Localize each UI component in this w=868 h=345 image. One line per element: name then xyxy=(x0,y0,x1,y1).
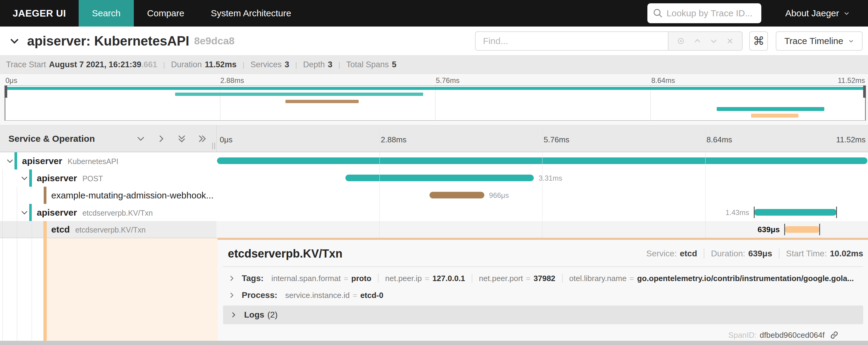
minimap-canvas[interactable] xyxy=(4,85,866,121)
nav-item-search[interactable]: Search xyxy=(79,0,134,27)
span-detail-row: etcdserverpb.KV/Txn Service: etcd Durati… xyxy=(0,238,868,341)
span-row-apiserver-post: apiserverPOST 3.31ms xyxy=(0,170,868,187)
span-row-webhook: example-mutating-admission-webhook... 96… xyxy=(0,187,868,204)
trace-id-lookup[interactable] xyxy=(647,3,761,23)
about-jaeger-label: About Jaeger xyxy=(785,8,839,19)
span-timeline-cell[interactable]: 639μs xyxy=(216,221,868,238)
tag-key: net.peer.port xyxy=(479,274,523,283)
span-bar[interactable] xyxy=(345,175,534,181)
about-jaeger-menu[interactable]: About Jaeger xyxy=(785,0,850,27)
process-title[interactable]: Process: xyxy=(242,290,277,300)
chevron-down-icon[interactable] xyxy=(5,156,14,166)
spanid-label: SpanID: xyxy=(728,330,757,340)
span-timeline-cell[interactable] xyxy=(216,152,868,170)
meta-separator: | xyxy=(243,61,244,69)
span-bar[interactable] xyxy=(217,157,867,164)
span-row-apiserver-kubernetesapi: apiserverKubernetesAPI xyxy=(0,152,868,170)
detail-duration-value: 639μs xyxy=(748,249,772,258)
spanid-line: SpanID: dfbebd960ced064f xyxy=(728,330,839,340)
find-input[interactable] xyxy=(483,36,661,46)
nav-item-compare[interactable]: Compare xyxy=(134,0,197,27)
meta-label: Total Spans xyxy=(346,60,389,69)
operation-label: etcdserverpb.KV/Txn xyxy=(82,209,153,217)
span-name-cell[interactable]: example-mutating-admission-webhook... xyxy=(0,187,216,204)
service-label: example-mutating-admission-webhook... xyxy=(51,190,214,201)
chevron-down-icon xyxy=(843,10,850,17)
expand-all-double-chevron-right-icon[interactable] xyxy=(197,134,207,144)
collapse-one-chevron-down-icon[interactable] xyxy=(135,134,146,144)
clear-find-x-icon[interactable] xyxy=(726,37,734,45)
process-value: etcd-0 xyxy=(360,291,383,300)
process-item: service.instance.id = etcd-0 xyxy=(285,291,383,300)
tag-value: 127.0.0.1 xyxy=(433,274,465,283)
next-result-chevron-down-icon[interactable] xyxy=(710,37,718,45)
trace-id: 8e9dca8 xyxy=(194,35,235,47)
logs-accordion[interactable]: Logs (2) xyxy=(223,306,863,324)
minimap-span-bar xyxy=(751,114,798,118)
minimap-gridline xyxy=(650,86,651,120)
minimap-tick: 0μs xyxy=(5,76,17,85)
service-name: apiserverPOST xyxy=(37,173,103,183)
chevron-down-icon xyxy=(848,38,854,44)
chevron-down-icon[interactable] xyxy=(20,208,29,217)
axis-tick: 5.76ms xyxy=(544,135,569,144)
deep-link-icon[interactable] xyxy=(830,330,839,340)
timeline-axis: 0μs 2.88ms 5.76ms 8.64ms 11.52ms xyxy=(216,125,868,152)
span-name-cell[interactable]: apiserverPOST xyxy=(0,170,216,187)
trace-title: apiserver: KubernetesAPI xyxy=(27,33,189,49)
span-name-cell[interactable]: apiserverKubernetesAPI xyxy=(0,152,216,170)
meta-depth: Depth 3 xyxy=(303,60,333,69)
detail-service-value: etcd xyxy=(680,249,697,258)
collapse-all-double-chevron-down-icon[interactable] xyxy=(177,134,187,144)
span-bar[interactable] xyxy=(754,209,837,215)
detail-start-label: Start Time: xyxy=(786,249,827,258)
detail-header: etcdserverpb.KV/Txn Service: etcd Durati… xyxy=(228,243,863,264)
expand-one-chevron-right-icon[interactable] xyxy=(156,134,166,144)
trace-view-selector[interactable]: Trace Timeline xyxy=(776,31,863,51)
minimap-right-scrubber-handle[interactable] xyxy=(863,86,866,98)
bottom-strip xyxy=(0,341,868,345)
focus-target-icon[interactable] xyxy=(676,36,685,46)
tag-key: otel.library.name xyxy=(569,274,627,283)
span-timeline-cell[interactable]: 966μs xyxy=(216,187,868,204)
span-name-cell[interactable]: apiserveretcdserverpb.KV/Txn xyxy=(0,204,216,221)
detail-span-title: etcdserverpb.KV/Txn xyxy=(228,247,342,260)
trace-id-lookup-input[interactable] xyxy=(667,8,757,19)
span-bar[interactable] xyxy=(784,226,820,233)
service-label: apiserver xyxy=(37,207,77,218)
column-resize-grip[interactable] xyxy=(212,143,215,149)
find-field[interactable] xyxy=(475,31,668,51)
tag-item: net.peer.port = 37982 xyxy=(479,274,555,283)
operation-label: KubernetesAPI xyxy=(67,157,118,166)
minimap-left-scrubber-handle[interactable] xyxy=(4,86,7,98)
service-name: apiserveretcdserverpb.KV/Txn xyxy=(37,207,153,218)
collapse-trace-chevron-icon[interactable] xyxy=(8,35,21,47)
prev-result-chevron-up-icon[interactable] xyxy=(693,37,702,45)
nav-item-system-architecture[interactable]: System Architecture xyxy=(197,0,304,27)
detail-start-value: 10.02ms xyxy=(830,249,863,258)
tags-expand-chevron-right-icon[interactable] xyxy=(228,275,236,282)
meta-value: 11.52ms xyxy=(205,60,237,69)
detail-meta-separator xyxy=(779,249,779,259)
span-timeline-cell[interactable]: 3.31ms xyxy=(216,170,868,187)
trace-view-label: Trace Timeline xyxy=(784,36,843,46)
service-label: apiserver xyxy=(37,173,77,183)
span-bar[interactable] xyxy=(430,192,484,198)
operation-label: etcdserverpb.KV/Txn xyxy=(75,226,146,234)
span-name-cell[interactable]: etcdetcdserverpb.KV/Txn xyxy=(0,221,216,238)
meta-total-spans: Total Spans 5 xyxy=(346,60,396,69)
tags-row: Tags: internal.span.format = proto net.p… xyxy=(228,270,863,286)
span-timeline-cell[interactable]: 1.43ms xyxy=(216,204,868,221)
meta-label: Duration xyxy=(171,60,202,69)
equals-sign: = xyxy=(526,274,530,283)
process-expand-chevron-right-icon[interactable] xyxy=(228,291,236,299)
tag-value: proto xyxy=(351,274,371,283)
process-row: Process: service.instance.id = etcd-0 xyxy=(228,287,863,303)
chevron-down-icon[interactable] xyxy=(20,174,29,183)
tag-value: 37982 xyxy=(533,274,555,283)
detail-meta-separator xyxy=(704,249,704,259)
keyboard-shortcuts-button[interactable]: ⌘ xyxy=(749,31,768,51)
app-brand[interactable]: JAEGER UI xyxy=(0,0,79,27)
equals-sign: = xyxy=(425,274,429,283)
tags-title[interactable]: Tags: xyxy=(242,274,264,283)
